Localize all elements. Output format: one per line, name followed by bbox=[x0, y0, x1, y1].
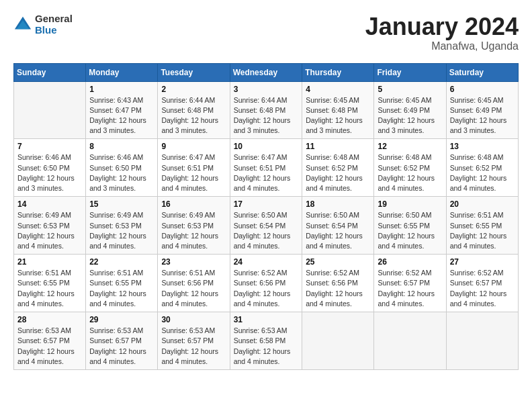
table-cell: 7 Sunrise: 6:46 AMSunset: 6:50 PMDayligh… bbox=[14, 139, 86, 197]
header-friday: Friday bbox=[374, 63, 446, 81]
day-info: Sunrise: 6:48 AMSunset: 6:52 PMDaylight:… bbox=[306, 152, 370, 193]
table-cell: 31 Sunrise: 6:53 AMSunset: 6:58 PMDaylig… bbox=[230, 312, 302, 370]
table-cell: 17 Sunrise: 6:50 AMSunset: 6:54 PMDaylig… bbox=[230, 197, 302, 255]
day-number: 22 bbox=[89, 257, 154, 267]
day-number: 30 bbox=[161, 315, 226, 324]
day-info: Sunrise: 6:47 AMSunset: 6:51 PMDaylight:… bbox=[234, 152, 299, 193]
day-number: 26 bbox=[378, 257, 442, 267]
table-cell: 20 Sunrise: 6:51 AMSunset: 6:55 PMDaylig… bbox=[446, 197, 518, 255]
day-number: 12 bbox=[378, 142, 442, 151]
day-number: 31 bbox=[234, 315, 299, 324]
table-cell bbox=[14, 81, 86, 139]
day-info: Sunrise: 6:46 AMSunset: 6:50 PMDaylight:… bbox=[89, 152, 154, 193]
page-header: General Blue January 2024 Manafwa, Ugand… bbox=[13, 13, 519, 52]
day-info: Sunrise: 6:43 AMSunset: 6:47 PMDaylight:… bbox=[89, 95, 154, 136]
day-number: 24 bbox=[234, 257, 299, 267]
day-number: 15 bbox=[89, 199, 154, 209]
table-cell: 8 Sunrise: 6:46 AMSunset: 6:50 PMDayligh… bbox=[86, 139, 158, 197]
day-info: Sunrise: 6:51 AMSunset: 6:55 PMDaylight:… bbox=[450, 210, 515, 251]
day-info: Sunrise: 6:44 AMSunset: 6:48 PMDaylight:… bbox=[234, 95, 299, 136]
week-row-5: 28 Sunrise: 6:53 AMSunset: 6:57 PMDaylig… bbox=[14, 312, 519, 370]
day-number: 19 bbox=[378, 199, 442, 209]
table-cell: 28 Sunrise: 6:53 AMSunset: 6:57 PMDaylig… bbox=[14, 312, 86, 370]
day-number: 2 bbox=[161, 85, 226, 94]
table-cell: 2 Sunrise: 6:44 AMSunset: 6:48 PMDayligh… bbox=[158, 81, 230, 139]
day-number: 11 bbox=[306, 142, 370, 151]
table-cell: 6 Sunrise: 6:45 AMSunset: 6:49 PMDayligh… bbox=[446, 81, 518, 139]
day-number: 5 bbox=[378, 85, 442, 94]
header-monday: Monday bbox=[86, 63, 158, 81]
month-year-title: January 2024 bbox=[365, 13, 519, 40]
day-number: 7 bbox=[17, 142, 82, 151]
table-cell: 5 Sunrise: 6:45 AMSunset: 6:49 PMDayligh… bbox=[374, 81, 446, 139]
table-cell: 16 Sunrise: 6:49 AMSunset: 6:53 PMDaylig… bbox=[158, 197, 230, 255]
day-info: Sunrise: 6:52 AMSunset: 6:56 PMDaylight:… bbox=[234, 268, 299, 309]
table-cell: 30 Sunrise: 6:53 AMSunset: 6:57 PMDaylig… bbox=[158, 312, 230, 370]
day-info: Sunrise: 6:51 AMSunset: 6:56 PMDaylight:… bbox=[161, 268, 226, 309]
table-cell: 1 Sunrise: 6:43 AMSunset: 6:47 PMDayligh… bbox=[86, 81, 158, 139]
table-cell: 23 Sunrise: 6:51 AMSunset: 6:56 PMDaylig… bbox=[158, 255, 230, 312]
day-info: Sunrise: 6:45 AMSunset: 6:48 PMDaylight:… bbox=[306, 95, 370, 136]
table-cell: 14 Sunrise: 6:49 AMSunset: 6:53 PMDaylig… bbox=[14, 197, 86, 255]
day-info: Sunrise: 6:48 AMSunset: 6:52 PMDaylight:… bbox=[450, 152, 515, 193]
table-cell: 22 Sunrise: 6:51 AMSunset: 6:55 PMDaylig… bbox=[86, 255, 158, 312]
week-row-1: 1 Sunrise: 6:43 AMSunset: 6:47 PMDayligh… bbox=[14, 81, 519, 139]
logo-icon bbox=[13, 15, 32, 34]
logo-text: General Blue bbox=[35, 13, 73, 36]
day-info: Sunrise: 6:53 AMSunset: 6:58 PMDaylight:… bbox=[234, 326, 299, 367]
table-cell: 29 Sunrise: 6:53 AMSunset: 6:57 PMDaylig… bbox=[86, 312, 158, 370]
table-cell bbox=[302, 312, 374, 370]
day-info: Sunrise: 6:53 AMSunset: 6:57 PMDaylight:… bbox=[17, 326, 82, 367]
table-cell: 13 Sunrise: 6:48 AMSunset: 6:52 PMDaylig… bbox=[446, 139, 518, 197]
header-wednesday: Wednesday bbox=[230, 63, 302, 81]
day-number: 1 bbox=[89, 85, 154, 94]
title-block: January 2024 Manafwa, Uganda bbox=[365, 13, 519, 52]
week-row-3: 14 Sunrise: 6:49 AMSunset: 6:53 PMDaylig… bbox=[14, 197, 519, 255]
table-cell: 21 Sunrise: 6:51 AMSunset: 6:55 PMDaylig… bbox=[14, 255, 86, 312]
day-info: Sunrise: 6:52 AMSunset: 6:57 PMDaylight:… bbox=[450, 268, 515, 309]
day-info: Sunrise: 6:45 AMSunset: 6:49 PMDaylight:… bbox=[378, 95, 442, 136]
location-subtitle: Manafwa, Uganda bbox=[365, 40, 519, 52]
table-cell bbox=[374, 312, 446, 370]
day-info: Sunrise: 6:46 AMSunset: 6:50 PMDaylight:… bbox=[17, 152, 82, 193]
logo-general: General bbox=[35, 13, 73, 25]
day-number: 16 bbox=[161, 199, 226, 209]
day-number: 25 bbox=[306, 257, 370, 267]
calendar-header: SundayMondayTuesdayWednesdayThursdayFrid… bbox=[14, 63, 519, 81]
table-cell: 15 Sunrise: 6:49 AMSunset: 6:53 PMDaylig… bbox=[86, 197, 158, 255]
calendar-table: SundayMondayTuesdayWednesdayThursdayFrid… bbox=[13, 63, 519, 370]
day-number: 13 bbox=[450, 142, 515, 151]
day-info: Sunrise: 6:49 AMSunset: 6:53 PMDaylight:… bbox=[89, 210, 154, 251]
table-cell: 19 Sunrise: 6:50 AMSunset: 6:55 PMDaylig… bbox=[374, 197, 446, 255]
calendar-body: 1 Sunrise: 6:43 AMSunset: 6:47 PMDayligh… bbox=[14, 81, 519, 369]
day-number: 29 bbox=[89, 315, 154, 324]
day-number: 17 bbox=[234, 199, 299, 209]
day-number: 8 bbox=[89, 142, 154, 151]
header-saturday: Saturday bbox=[446, 63, 518, 81]
day-info: Sunrise: 6:47 AMSunset: 6:51 PMDaylight:… bbox=[161, 152, 226, 193]
day-info: Sunrise: 6:52 AMSunset: 6:57 PMDaylight:… bbox=[378, 268, 442, 309]
week-row-2: 7 Sunrise: 6:46 AMSunset: 6:50 PMDayligh… bbox=[14, 139, 519, 197]
table-cell bbox=[446, 312, 518, 370]
day-number: 14 bbox=[17, 199, 82, 209]
day-info: Sunrise: 6:51 AMSunset: 6:55 PMDaylight:… bbox=[89, 268, 154, 309]
table-cell: 24 Sunrise: 6:52 AMSunset: 6:56 PMDaylig… bbox=[230, 255, 302, 312]
table-cell: 10 Sunrise: 6:47 AMSunset: 6:51 PMDaylig… bbox=[230, 139, 302, 197]
day-number: 3 bbox=[234, 85, 299, 94]
day-number: 21 bbox=[17, 257, 82, 267]
day-info: Sunrise: 6:44 AMSunset: 6:48 PMDaylight:… bbox=[161, 95, 226, 136]
day-number: 4 bbox=[306, 85, 370, 94]
header-sunday: Sunday bbox=[14, 63, 86, 81]
logo-blue: Blue bbox=[35, 25, 73, 36]
day-info: Sunrise: 6:48 AMSunset: 6:52 PMDaylight:… bbox=[378, 152, 442, 193]
day-info: Sunrise: 6:49 AMSunset: 6:53 PMDaylight:… bbox=[17, 210, 82, 251]
day-number: 28 bbox=[17, 315, 82, 324]
table-cell: 25 Sunrise: 6:52 AMSunset: 6:56 PMDaylig… bbox=[302, 255, 374, 312]
header-row: SundayMondayTuesdayWednesdayThursdayFrid… bbox=[14, 63, 519, 81]
day-number: 27 bbox=[450, 257, 515, 267]
day-info: Sunrise: 6:45 AMSunset: 6:49 PMDaylight:… bbox=[450, 95, 515, 136]
day-number: 20 bbox=[450, 199, 515, 209]
table-cell: 4 Sunrise: 6:45 AMSunset: 6:48 PMDayligh… bbox=[302, 81, 374, 139]
table-cell: 9 Sunrise: 6:47 AMSunset: 6:51 PMDayligh… bbox=[158, 139, 230, 197]
table-cell: 3 Sunrise: 6:44 AMSunset: 6:48 PMDayligh… bbox=[230, 81, 302, 139]
